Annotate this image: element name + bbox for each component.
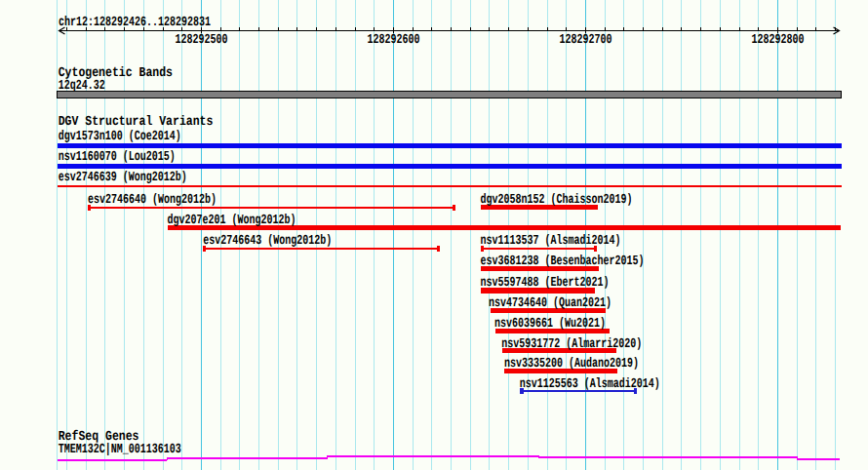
svg-text:128292500: 128292500 xyxy=(175,33,227,48)
svg-text:dgv2058n152 (Chaisson2019): dgv2058n152 (Chaisson2019) xyxy=(480,193,632,208)
svg-text:DGV Structural Variants: DGV Structural Variants xyxy=(59,115,214,130)
svg-text:128292700: 128292700 xyxy=(559,33,612,48)
svg-text:TMEM132C|NM_001136103: TMEM132C|NM_001136103 xyxy=(59,443,181,457)
svg-text:dgv207e201 (Wong2012b): dgv207e201 (Wong2012b) xyxy=(168,214,296,228)
svg-text:esv2746643 (Wong2012b): esv2746643 (Wong2012b) xyxy=(203,234,332,249)
svg-text:12q24.32: 12q24.32 xyxy=(59,79,105,94)
svg-text:128292600: 128292600 xyxy=(367,33,419,48)
svg-text:nsv6039661 (Wu2021): nsv6039661 (Wu2021) xyxy=(494,317,606,332)
svg-text:esv2746639 (Wong2012b): esv2746639 (Wong2012b) xyxy=(59,171,187,185)
svg-text:chr12:128292426..128292831: chr12:128292426..128292831 xyxy=(59,16,211,30)
svg-text:nsv1113537 (Alsmadi2014): nsv1113537 (Alsmadi2014) xyxy=(480,234,620,249)
svg-text:esv3681238 (Besenbacher2015): esv3681238 (Besenbacher2015) xyxy=(480,255,644,269)
svg-text:esv2746640 (Wong2012b): esv2746640 (Wong2012b) xyxy=(88,193,217,208)
svg-text:nsv5931772 (Almarri2020): nsv5931772 (Almarri2020) xyxy=(501,337,642,352)
svg-text:nsv3335200 (Audano2019): nsv3335200 (Audano2019) xyxy=(504,357,639,372)
svg-text:nsv5597488 (Ebert2021): nsv5597488 (Ebert2021) xyxy=(480,276,609,291)
svg-text:nsv1125563 (Alsmadi2014): nsv1125563 (Alsmadi2014) xyxy=(520,377,660,392)
svg-text:dgv1573n100 (Coe2014): dgv1573n100 (Coe2014) xyxy=(59,130,181,144)
svg-text:128292800: 128292800 xyxy=(751,33,804,48)
svg-text:nsv4734640 (Quan2021): nsv4734640 (Quan2021) xyxy=(489,296,612,311)
svg-text:nsv1160070 (Lou2015): nsv1160070 (Lou2015) xyxy=(59,150,176,165)
